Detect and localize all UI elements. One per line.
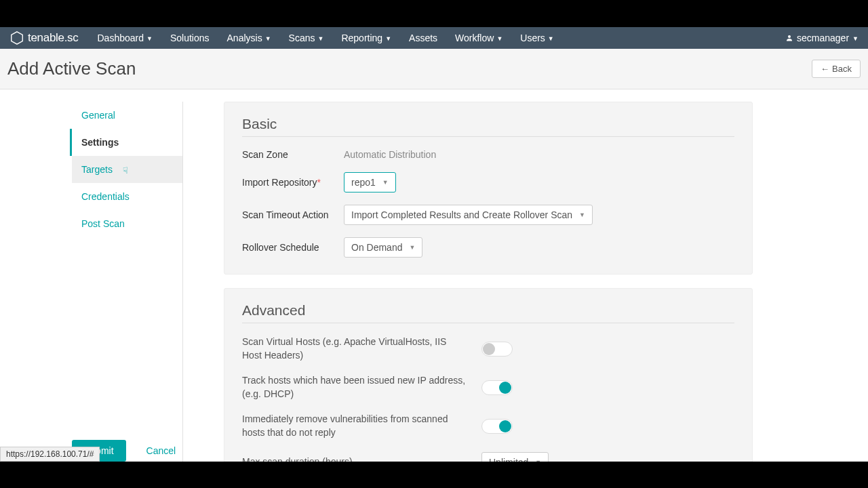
row-scan-zone: Scan Zone Automatic Distribution bbox=[242, 149, 734, 160]
basic-panel: Basic Scan Zone Automatic Distribution I… bbox=[224, 102, 753, 274]
chevron-down-icon: ▼ bbox=[579, 211, 585, 218]
advanced-panel: Advanced Scan Virtual Hosts (e.g. Apache… bbox=[224, 288, 753, 488]
chevron-down-icon: ▼ bbox=[496, 35, 502, 42]
toggle-remove-vulns[interactable] bbox=[481, 419, 513, 434]
brand-text: tenable.sc bbox=[28, 31, 79, 45]
step-sidebar: General Settings Targets ☟ Credentials P… bbox=[0, 102, 183, 488]
advanced-title: Advanced bbox=[242, 302, 734, 323]
arrow-left-icon: ← bbox=[821, 64, 829, 74]
nav-solutions[interactable]: Solutions bbox=[170, 33, 210, 43]
chevron-down-icon: ▼ bbox=[852, 35, 859, 42]
dropdown-import-repo[interactable]: repo1 ▼ bbox=[344, 172, 396, 192]
chevron-down-icon: ▼ bbox=[382, 179, 389, 186]
nav-analysis[interactable]: Analysis▼ bbox=[227, 33, 271, 43]
cancel-button[interactable]: Cancel bbox=[146, 445, 176, 456]
nav-workflow[interactable]: Workflow▼ bbox=[455, 33, 502, 43]
nav-scans[interactable]: Scans▼ bbox=[289, 33, 324, 43]
basic-title: Basic bbox=[242, 116, 734, 137]
toggle-track-hosts[interactable] bbox=[481, 380, 513, 395]
cursor-pointer-icon: ☟ bbox=[123, 165, 128, 176]
label-virtual-hosts: Scan Virtual Hosts (e.g. Apache VirtualH… bbox=[242, 336, 481, 362]
row-virtual-hosts: Scan Virtual Hosts (e.g. Apache VirtualH… bbox=[242, 336, 734, 362]
label-remove-vulns: Immediately remove vulnerabilities from … bbox=[242, 413, 481, 439]
dropdown-rollover[interactable]: On Demand ▼ bbox=[344, 237, 422, 258]
nav-dashboard[interactable]: Dashboard▼ bbox=[98, 33, 153, 43]
svg-point-1 bbox=[788, 35, 791, 38]
main-panel: Basic Scan Zone Automatic Distribution I… bbox=[183, 102, 793, 488]
label-rollover: Rollover Schedule bbox=[242, 242, 344, 253]
nav-assets[interactable]: Assets bbox=[409, 33, 437, 43]
chevron-down-icon: ▼ bbox=[265, 35, 271, 42]
nav-reporting[interactable]: Reporting▼ bbox=[341, 33, 391, 43]
nav-items: Dashboard▼ Solutions Analysis▼ Scans▼ Re… bbox=[98, 33, 554, 43]
toggle-virtual-hosts[interactable] bbox=[481, 342, 513, 357]
username: secmanager bbox=[797, 33, 849, 43]
label-scan-zone: Scan Zone bbox=[242, 149, 344, 160]
row-track-hosts: Track hosts which have been issued new I… bbox=[242, 374, 734, 401]
sidebar-item-targets[interactable]: Targets ☟ bbox=[72, 156, 182, 183]
sidebar-item-credentials[interactable]: Credentials bbox=[72, 183, 182, 210]
page-title: Add Active Scan bbox=[7, 58, 136, 79]
bottom-black-bar bbox=[0, 462, 868, 488]
brand-logo[interactable]: tenable.sc bbox=[9, 30, 79, 45]
row-timeout: Scan Timeout Action Import Completed Res… bbox=[242, 205, 734, 225]
chevron-down-icon: ▼ bbox=[318, 35, 324, 42]
chevron-down-icon: ▼ bbox=[409, 244, 415, 251]
page-header: Add Active Scan ← Back bbox=[0, 49, 868, 89]
value-scan-zone: Automatic Distribution bbox=[344, 149, 436, 160]
top-black-bar bbox=[0, 0, 868, 27]
status-bar-url: https://192.168.100.71/# bbox=[0, 447, 100, 462]
chevron-down-icon: ▼ bbox=[146, 35, 153, 42]
user-icon bbox=[785, 34, 793, 42]
dropdown-timeout[interactable]: Import Completed Results and Create Roll… bbox=[344, 205, 593, 225]
row-rollover: Rollover Schedule On Demand ▼ bbox=[242, 237, 734, 258]
chevron-down-icon: ▼ bbox=[385, 35, 391, 42]
label-timeout: Scan Timeout Action bbox=[242, 209, 344, 220]
row-import-repo: Import Repository* repo1 ▼ bbox=[242, 172, 734, 192]
row-remove-vulns: Immediately remove vulnerabilities from … bbox=[242, 413, 734, 439]
nav-users[interactable]: Users▼ bbox=[520, 33, 553, 43]
chevron-down-icon: ▼ bbox=[548, 35, 554, 42]
svg-marker-0 bbox=[12, 32, 23, 44]
toggle-knob bbox=[499, 382, 511, 394]
label-import-repo: Import Repository* bbox=[242, 177, 344, 188]
required-asterisk: * bbox=[317, 177, 320, 188]
sidebar-item-settings[interactable]: Settings bbox=[70, 129, 182, 156]
user-menu[interactable]: secmanager ▼ bbox=[785, 33, 859, 43]
back-button[interactable]: ← Back bbox=[812, 60, 861, 78]
content-area: General Settings Targets ☟ Credentials P… bbox=[0, 89, 868, 488]
sidebar-item-general[interactable]: General bbox=[72, 102, 182, 129]
toggle-knob bbox=[483, 343, 495, 355]
toggle-knob bbox=[499, 420, 511, 432]
hexagon-icon bbox=[9, 30, 24, 45]
sidebar-item-postscan[interactable]: Post Scan bbox=[72, 210, 182, 237]
label-track-hosts: Track hosts which have been issued new I… bbox=[242, 374, 481, 401]
main-navbar: tenable.sc Dashboard▼ Solutions Analysis… bbox=[0, 27, 868, 49]
